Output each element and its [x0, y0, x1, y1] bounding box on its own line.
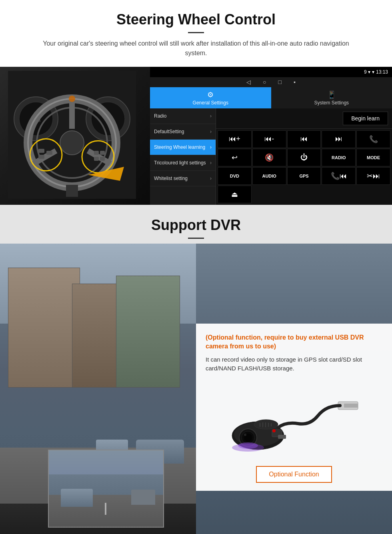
- building-center: [72, 284, 120, 388]
- dvr-info-card: (Optional function, require to buy exter…: [196, 324, 392, 491]
- svg-rect-21: [94, 157, 99, 161]
- home-nav-icon[interactable]: ○: [263, 79, 266, 85]
- svg-rect-18: [46, 151, 52, 155]
- settings-content: Radio › DefaultSetting › Steering Wheel …: [150, 108, 392, 205]
- svg-rect-17: [38, 155, 44, 159]
- section1-title: Steering Wheel Control: [16, 11, 376, 28]
- menu-item-defaultsetting[interactable]: DefaultSetting ›: [150, 124, 216, 140]
- menu-arrow-radio: ›: [210, 113, 212, 119]
- ctrl-btn-next[interactable]: ⏭: [322, 130, 356, 148]
- ctrl-btn-call-prev[interactable]: 📞⏮: [322, 167, 356, 185]
- svg-point-41: [238, 442, 258, 449]
- recents-nav-icon[interactable]: □: [278, 79, 282, 85]
- signal-icon: 9 ▾: [364, 69, 370, 75]
- general-settings-icon: ⚙: [207, 90, 214, 99]
- ctrl-btn-power[interactable]: ⏻: [287, 149, 321, 166]
- svg-point-13: [69, 96, 75, 102]
- menu-item-tricoloured[interactable]: Tricoloured light settings ›: [150, 155, 216, 171]
- steering-wheel-svg: km/h: [8, 71, 136, 199]
- back-nav-icon[interactable]: ◁: [246, 79, 251, 85]
- ctrl-btn-vol-down[interactable]: ⏮-: [252, 130, 286, 148]
- dvr-divider: [188, 238, 204, 239]
- settings-menu: Radio › DefaultSetting › Steering Wheel …: [150, 108, 216, 205]
- menu-item-whitelist-label: Whitelist setting: [154, 176, 188, 181]
- dvr-title: Support DVR: [16, 217, 376, 234]
- tab-system-settings[interactable]: 📱 System Settings: [271, 87, 392, 108]
- android-panel: 9 ▾ ▾ 13:13 ◁ ○ □ ▪ ⚙ General Settings 📱…: [150, 67, 392, 205]
- optional-function-container: Optional Function: [206, 466, 382, 483]
- status-icons: 9 ▾ ▾ 13:13: [364, 69, 388, 75]
- menu-arrow-whitelist: ›: [210, 176, 212, 181]
- menu-item-radio[interactable]: Radio ›: [150, 108, 216, 124]
- dvr-section: Support DVR: [0, 205, 392, 534]
- section1-header: Steering Wheel Control Your original car…: [0, 0, 392, 61]
- system-settings-icon: 📱: [327, 90, 336, 99]
- title-divider: [188, 32, 204, 33]
- dvr-header: Support DVR: [0, 205, 392, 244]
- settings-tabs: ⚙ General Settings 📱 System Settings: [150, 87, 392, 108]
- screenshot-road-line: [105, 503, 106, 515]
- building-left: [8, 268, 80, 388]
- ctrl-btn-mute[interactable]: 🔇: [252, 149, 286, 166]
- dvr-desc-text: It can record video only to storage in G…: [206, 355, 382, 373]
- ctrl-btn-audio[interactable]: AUDIO: [252, 167, 286, 185]
- android-navbar[interactable]: ◁ ○ □ ▪: [150, 77, 392, 88]
- dvr-product-area: [206, 380, 382, 460]
- menu-arrow-defaultsetting: ›: [210, 129, 212, 134]
- svg-rect-44: [278, 435, 286, 439]
- ctrl-btn-prev[interactable]: ⏮: [287, 130, 321, 148]
- screenshot-car-left: [61, 489, 93, 507]
- android-statusbar: 9 ▾ ▾ 13:13: [150, 67, 392, 77]
- ctrl-btn-call[interactable]: 📞: [356, 130, 390, 148]
- tab-general-settings[interactable]: ⚙ General Settings: [150, 87, 271, 108]
- menu-arrow-tricoloured: ›: [210, 160, 212, 166]
- steering-wheel-image: km/h: [0, 67, 150, 205]
- dvr-optional-text: (Optional function, require to buy exter…: [206, 333, 382, 351]
- svg-point-42: [272, 429, 276, 432]
- ctrl-buttons-grid: ⏮+ ⏮- ⏮ ⏭ 📞 ↩ 🔇 ⏻ RADIO MODE DVD AUDIO G…: [216, 129, 392, 205]
- svg-point-33: [254, 420, 278, 429]
- begin-learn-button[interactable]: Begin learn: [343, 112, 388, 125]
- ctrl-btn-hangup[interactable]: ↩: [218, 149, 252, 166]
- building-right: [116, 276, 180, 388]
- ctrl-btn-dvd[interactable]: DVD: [218, 167, 252, 185]
- screenshot-car-right: [131, 490, 155, 505]
- ctrl-btn-mode[interactable]: MODE: [356, 149, 390, 166]
- section1-subtitle: Your original car's steering wheel contr…: [32, 39, 360, 58]
- menu-nav-icon[interactable]: ▪: [294, 79, 296, 85]
- tab-system-settings-label: System Settings: [314, 100, 349, 106]
- menu-item-steering-wheel-label: Steering Wheel learning: [154, 144, 205, 150]
- dvr-scene: (Optional function, require to buy exter…: [0, 244, 392, 534]
- svg-rect-20: [100, 151, 105, 155]
- svg-rect-16: [38, 149, 44, 153]
- ctrl-btn-eject[interactable]: ⏏: [218, 186, 252, 203]
- tab-general-settings-label: General Settings: [193, 100, 228, 106]
- dvr-camera-svg: [226, 384, 362, 456]
- svg-rect-26: [344, 404, 358, 408]
- swc-container: km/h: [0, 67, 392, 205]
- svg-rect-24: [66, 185, 78, 197]
- menu-item-defaultsetting-label: DefaultSetting: [154, 129, 184, 134]
- wifi-icon: ▾: [372, 69, 374, 75]
- ctrl-btn-cut-next[interactable]: ✂⏭: [356, 167, 390, 185]
- menu-item-steering-wheel[interactable]: Steering Wheel learning ›: [150, 140, 216, 155]
- menu-arrow-steering-wheel: ›: [210, 144, 212, 150]
- settings-right: Begin learn ⏮+ ⏮- ⏮ ⏭ 📞 ↩ 🔇 ⏻ RADIO MODE…: [216, 108, 392, 205]
- begin-learn-row: Begin learn: [216, 108, 392, 129]
- menu-item-radio-label: Radio: [154, 113, 166, 119]
- ctrl-btn-gps[interactable]: GPS: [287, 167, 321, 185]
- svg-point-43: [276, 429, 280, 432]
- menu-item-whitelist[interactable]: Whitelist setting ›: [150, 171, 216, 186]
- svg-rect-22: [100, 157, 105, 161]
- ctrl-btn-radio[interactable]: RADIO: [322, 149, 356, 166]
- time-display: 13:13: [376, 69, 388, 75]
- optional-function-button[interactable]: Optional Function: [256, 466, 332, 483]
- ctrl-btn-vol-up[interactable]: ⏮+: [218, 130, 252, 148]
- menu-item-tricoloured-label: Tricoloured light settings: [154, 160, 206, 166]
- svg-point-12: [60, 131, 84, 155]
- svg-rect-19: [94, 151, 99, 155]
- svg-point-32: [244, 434, 246, 436]
- dvr-screenshot-thumbnail: [48, 450, 164, 528]
